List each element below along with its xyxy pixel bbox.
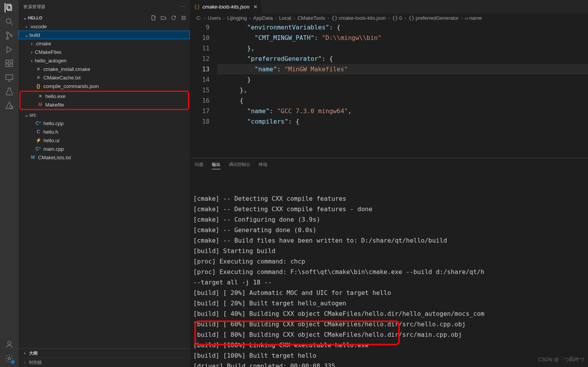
item-label: .vscode [29,24,47,29]
remote-icon[interactable] [5,73,14,82]
file-item[interactable]: MMakefile [21,100,188,109]
breadcrumb-segment[interactable]: {}cmake-tools-kits.json [332,15,386,21]
outline-header[interactable]: › 大纲 [19,348,190,358]
file-type-icon: ≡ [35,66,42,72]
close-icon[interactable]: ✕ [253,4,258,10]
tab-active[interactable]: {} cmake-tools-kits.json ✕ [190,0,262,14]
item-label: Makefile [45,102,64,108]
output-content[interactable]: [cmake] -- Detecting CXX compile feature… [190,171,588,367]
breadcrumbs[interactable]: C:›Users›Lijingjing›AppData›Local›CMakeT… [190,14,588,22]
code-area[interactable]: "environmentVariables": { "CMT_MINGW_PAT… [217,22,588,158]
chevron-right-icon: › [22,360,28,365]
folder-item[interactable]: ›.cmake [19,39,190,48]
file-item[interactable]: Chello.h [19,128,190,136]
item-label: CMakeFiles [35,49,62,55]
output-line: [build] [100%] Built target hello [193,350,585,361]
tab-output[interactable]: 输出 [212,160,220,169]
svg-rect-8 [6,60,9,63]
chevron-right-icon: › [461,15,462,21]
chevron-right-icon: › [249,15,251,21]
output-line: [build] [ 80%] Building CXX object CMake… [193,329,585,340]
explorer-sidebar: 资源管理器 ⋯ ⌄ HELLO ›.vscode⌄build›.cmake›CM… [19,0,190,367]
output-line: [cmake] -- Detecting CXX compile feature… [193,193,585,204]
cmake-icon[interactable] [5,101,14,110]
tab-terminal[interactable]: 终端 [259,160,267,169]
gutter: 9101112131415161718 [190,22,217,158]
output-line: [driver] Build completed: 00:00:08.335 [193,361,585,367]
section-label: HELLO [28,16,42,20]
file-tree: ›.vscode⌄build›.cmake›CMakeFiles›hello_a… [19,22,190,348]
tab-label: cmake-tools-kits.json [203,4,249,10]
file-item[interactable]: C⁺main.cpp [19,145,190,153]
breadcrumb-segment[interactable]: AppData [253,15,273,21]
folder-item[interactable]: ⌄build [19,31,190,39]
file-item[interactable]: C⁺hello.cpp [19,119,190,128]
breadcrumb-segment[interactable]: CMakeTools [297,15,325,21]
file-item[interactable]: ≡cmake_install.cmake [19,65,190,73]
output-line: [cmake] -- Generating done (0.0s) [193,225,585,235]
breadcrumb-segment[interactable]: Local [279,15,291,21]
output-line: [build] [ 60%] Building CXX object CMake… [193,319,585,329]
breadcrumb-segment[interactable]: Users [208,15,221,21]
svg-marker-14 [6,102,13,109]
item-label: .cmake [35,41,51,47]
account-icon[interactable] [5,340,14,349]
breadcrumb-segment[interactable]: {}0 [392,15,402,21]
breadcrumb-segment[interactable]: Lijingjing [227,15,247,21]
run-debug-icon[interactable] [5,45,14,54]
file-type-icon: ≡ [37,93,44,99]
extensions-icon[interactable] [5,59,14,68]
chevron-right-icon: › [294,15,295,21]
settings-gear-icon[interactable] [5,354,14,363]
item-label: src [29,112,36,118]
source-control-icon[interactable] [5,31,14,40]
item-label: hello.ui [43,138,59,143]
file-item[interactable]: MCMakeLists.txt [19,153,190,162]
new-folder-icon[interactable] [160,15,167,21]
collapse-all-icon[interactable] [181,15,187,21]
svg-line-3 [10,23,12,25]
tab-debug-console[interactable]: 调试控制台 [229,160,250,169]
more-icon[interactable]: ⋯ [181,4,185,9]
folder-item[interactable]: ›CMakeFiles [19,48,190,56]
svg-point-6 [10,35,12,37]
json-icon: {} [194,4,200,10]
output-line: [build] [ 40%] Building CXX object CMake… [193,308,585,319]
bottom-panel: 问题 输出 调试控制台 终端 [cmake] -- Detecting CXX … [190,158,588,367]
tab-problems[interactable]: 问题 [195,160,203,169]
test-icon[interactable] [5,87,14,96]
refresh-icon[interactable] [170,15,177,21]
output-line: [build] [ 20%] Automatic MOC and UIC for… [193,288,585,298]
new-file-icon[interactable] [150,15,156,21]
chevron-down-icon: ⌄ [22,16,28,21]
output-line: [build] [100%] Linking CXX executable he… [193,340,585,350]
folder-item[interactable]: ›hello_autogen [19,56,190,65]
svg-rect-12 [6,75,13,79]
explorer-icon[interactable] [5,3,14,12]
sidebar-header: 资源管理器 ⋯ [19,0,190,14]
output-line: [build] Starting build [193,246,585,256]
search-icon[interactable] [5,17,14,26]
timeline-header[interactable]: › 时间线 [19,358,190,367]
output-line: --target all -j 18 -- [193,277,585,288]
explorer-section-header[interactable]: ⌄ HELLO [19,14,190,22]
file-item[interactable]: ≡CMakeCache.txt [19,73,190,82]
file-item[interactable]: ⚡hello.ui [19,136,190,145]
breadcrumb-segment[interactable]: ▭name [465,15,482,21]
editor[interactable]: 9101112131415161718 "environmentVariable… [190,22,588,158]
chevron-right-icon: › [223,15,225,21]
activity-bar [0,0,19,367]
breadcrumb-segment[interactable]: C: [196,15,201,21]
folder-item[interactable]: ⌄src [19,110,190,119]
file-item[interactable]: ≡hello.exe [21,92,188,100]
output-line: [cmake] -- Configuring done (3.9s) [193,214,585,225]
breadcrumb-segment[interactable]: {}preferredGenerator [408,15,459,21]
outline-label: 大纲 [29,351,38,355]
folder-item[interactable]: ›.vscode [19,22,190,31]
svg-point-5 [7,38,9,40]
file-item[interactable]: {}compile_commands.json [19,82,190,90]
highlight-annotation: ≡hello.exeMMakefile [19,91,189,110]
output-line: [proc] Executing command: F:\soft\qt\cma… [193,267,585,277]
item-label: CMakeLists.txt [38,155,71,160]
panel-tabs: 问题 输出 调试控制台 终端 [190,158,588,171]
